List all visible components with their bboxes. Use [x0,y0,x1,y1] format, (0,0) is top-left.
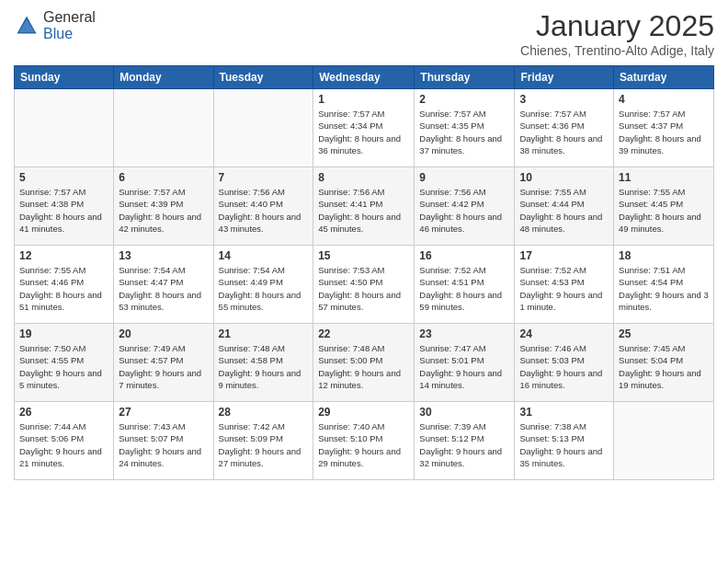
calendar-week-3: 19Sunrise: 7:50 AM Sunset: 4:55 PM Dayli… [15,324,714,402]
col-sunday: Sunday [15,66,114,89]
calendar-cell: 27Sunrise: 7:43 AM Sunset: 5:07 PM Dayli… [114,402,213,480]
cell-text: Sunrise: 7:53 AM Sunset: 4:50 PM Dayligh… [318,264,409,313]
day-number: 13 [119,249,208,262]
day-number: 31 [519,406,609,419]
cell-text: Sunrise: 7:55 AM Sunset: 4:46 PM Dayligh… [19,264,108,313]
cell-text: Sunrise: 7:56 AM Sunset: 4:40 PM Dayligh… [219,186,309,235]
day-number: 1 [318,93,409,106]
cell-text: Sunrise: 7:46 AM Sunset: 5:03 PM Dayligh… [519,342,609,391]
location: Chienes, Trentino-Alto Adige, Italy [520,43,714,58]
calendar-cell: 13Sunrise: 7:54 AM Sunset: 4:47 PM Dayli… [114,246,213,324]
cell-text: Sunrise: 7:44 AM Sunset: 5:06 PM Dayligh… [19,420,108,469]
calendar-cell: 14Sunrise: 7:54 AM Sunset: 4:49 PM Dayli… [213,246,313,324]
calendar-cell: 20Sunrise: 7:49 AM Sunset: 4:57 PM Dayli… [114,324,213,402]
col-friday: Friday [515,66,614,89]
cell-text: Sunrise: 7:38 AM Sunset: 5:13 PM Dayligh… [519,420,609,469]
cell-text: Sunrise: 7:57 AM Sunset: 4:39 PM Dayligh… [119,186,208,235]
month-title: January 2025 [520,9,714,43]
col-tuesday: Tuesday [213,66,313,89]
page: General Blue January 2025 Chienes, Trent… [0,0,728,563]
cell-text: Sunrise: 7:50 AM Sunset: 4:55 PM Dayligh… [19,342,108,391]
logo: General Blue [14,9,96,42]
calendar-cell: 26Sunrise: 7:44 AM Sunset: 5:06 PM Dayli… [15,402,114,480]
calendar-week-0: 1Sunrise: 7:57 AM Sunset: 4:34 PM Daylig… [15,89,714,167]
day-number: 23 [419,327,509,340]
day-number: 15 [318,249,409,262]
day-number: 27 [119,406,208,419]
cell-text: Sunrise: 7:57 AM Sunset: 4:34 PM Dayligh… [318,108,409,156]
calendar-cell: 7Sunrise: 7:56 AM Sunset: 4:40 PM Daylig… [213,167,313,246]
cell-text: Sunrise: 7:42 AM Sunset: 5:09 PM Dayligh… [219,420,309,469]
col-saturday: Saturday [614,66,714,89]
header: General Blue January 2025 Chienes, Trent… [14,9,714,58]
day-number: 25 [619,327,709,340]
calendar-cell: 8Sunrise: 7:56 AM Sunset: 4:41 PM Daylig… [313,167,415,246]
cell-text: Sunrise: 7:57 AM Sunset: 4:38 PM Dayligh… [19,186,108,235]
cell-text: Sunrise: 7:52 AM Sunset: 4:53 PM Dayligh… [519,264,609,313]
day-number: 29 [318,406,409,419]
day-number: 3 [519,93,609,106]
cell-text: Sunrise: 7:47 AM Sunset: 5:01 PM Dayligh… [419,342,509,391]
day-number: 24 [519,327,609,340]
cell-text: Sunrise: 7:39 AM Sunset: 5:12 PM Dayligh… [419,420,509,469]
cell-text: Sunrise: 7:56 AM Sunset: 4:42 PM Dayligh… [419,186,509,235]
day-number: 14 [219,249,309,262]
calendar-cell: 24Sunrise: 7:46 AM Sunset: 5:03 PM Dayli… [515,324,614,402]
day-number: 9 [419,171,509,184]
calendar-cell: 28Sunrise: 7:42 AM Sunset: 5:09 PM Dayli… [213,402,313,480]
calendar-cell: 10Sunrise: 7:55 AM Sunset: 4:44 PM Dayli… [515,167,614,246]
cell-text: Sunrise: 7:57 AM Sunset: 4:36 PM Dayligh… [519,108,609,156]
calendar-cell: 21Sunrise: 7:48 AM Sunset: 4:58 PM Dayli… [213,324,313,402]
day-number: 5 [19,171,108,184]
calendar-cell: 23Sunrise: 7:47 AM Sunset: 5:01 PM Dayli… [415,324,515,402]
calendar-cell: 22Sunrise: 7:48 AM Sunset: 5:00 PM Dayli… [313,324,415,402]
calendar-cell [114,89,213,167]
calendar-cell: 3Sunrise: 7:57 AM Sunset: 4:36 PM Daylig… [515,89,614,167]
cell-text: Sunrise: 7:57 AM Sunset: 4:37 PM Dayligh… [619,108,709,156]
day-number: 4 [619,93,709,106]
calendar-cell: 6Sunrise: 7:57 AM Sunset: 4:39 PM Daylig… [114,167,213,246]
day-number: 16 [419,249,509,262]
calendar-cell: 15Sunrise: 7:53 AM Sunset: 4:50 PM Dayli… [313,246,415,324]
col-monday: Monday [114,66,213,89]
col-thursday: Thursday [415,66,515,89]
calendar-cell [15,89,114,167]
calendar-header-row: Sunday Monday Tuesday Wednesday Thursday… [15,66,714,89]
calendar-cell: 18Sunrise: 7:51 AM Sunset: 4:54 PM Dayli… [614,246,714,324]
calendar: Sunday Monday Tuesday Wednesday Thursday… [14,65,714,480]
day-number: 7 [219,171,309,184]
cell-text: Sunrise: 7:54 AM Sunset: 4:47 PM Dayligh… [119,264,208,313]
logo-blue-text: Blue [43,26,73,41]
day-number: 20 [119,327,208,340]
calendar-cell: 31Sunrise: 7:38 AM Sunset: 5:13 PM Dayli… [515,402,614,480]
cell-text: Sunrise: 7:55 AM Sunset: 4:44 PM Dayligh… [519,186,609,235]
cell-text: Sunrise: 7:43 AM Sunset: 5:07 PM Dayligh… [119,420,208,469]
svg-marker-1 [19,19,35,32]
col-wednesday: Wednesday [313,66,415,89]
calendar-week-2: 12Sunrise: 7:55 AM Sunset: 4:46 PM Dayli… [15,246,714,324]
calendar-cell: 30Sunrise: 7:39 AM Sunset: 5:12 PM Dayli… [415,402,515,480]
calendar-cell: 12Sunrise: 7:55 AM Sunset: 4:46 PM Dayli… [15,246,114,324]
logo-general-text: General [43,9,96,25]
day-number: 10 [519,171,609,184]
calendar-cell: 16Sunrise: 7:52 AM Sunset: 4:51 PM Dayli… [415,246,515,324]
calendar-cell: 17Sunrise: 7:52 AM Sunset: 4:53 PM Dayli… [515,246,614,324]
day-number: 17 [519,249,609,262]
day-number: 21 [219,327,309,340]
calendar-week-4: 26Sunrise: 7:44 AM Sunset: 5:06 PM Dayli… [15,402,714,480]
calendar-cell: 29Sunrise: 7:40 AM Sunset: 5:10 PM Dayli… [313,402,415,480]
day-number: 30 [419,406,509,419]
calendar-cell: 19Sunrise: 7:50 AM Sunset: 4:55 PM Dayli… [15,324,114,402]
day-number: 8 [318,171,409,184]
day-number: 12 [19,249,108,262]
calendar-cell: 1Sunrise: 7:57 AM Sunset: 4:34 PM Daylig… [313,89,415,167]
cell-text: Sunrise: 7:54 AM Sunset: 4:49 PM Dayligh… [219,264,309,313]
logo-icon [14,13,40,39]
calendar-week-1: 5Sunrise: 7:57 AM Sunset: 4:38 PM Daylig… [15,167,714,246]
cell-text: Sunrise: 7:45 AM Sunset: 5:04 PM Dayligh… [619,342,709,391]
cell-text: Sunrise: 7:52 AM Sunset: 4:51 PM Dayligh… [419,264,509,313]
day-number: 28 [219,406,309,419]
cell-text: Sunrise: 7:48 AM Sunset: 5:00 PM Dayligh… [318,342,409,391]
calendar-cell: 9Sunrise: 7:56 AM Sunset: 4:42 PM Daylig… [415,167,515,246]
cell-text: Sunrise: 7:56 AM Sunset: 4:41 PM Dayligh… [318,186,409,235]
